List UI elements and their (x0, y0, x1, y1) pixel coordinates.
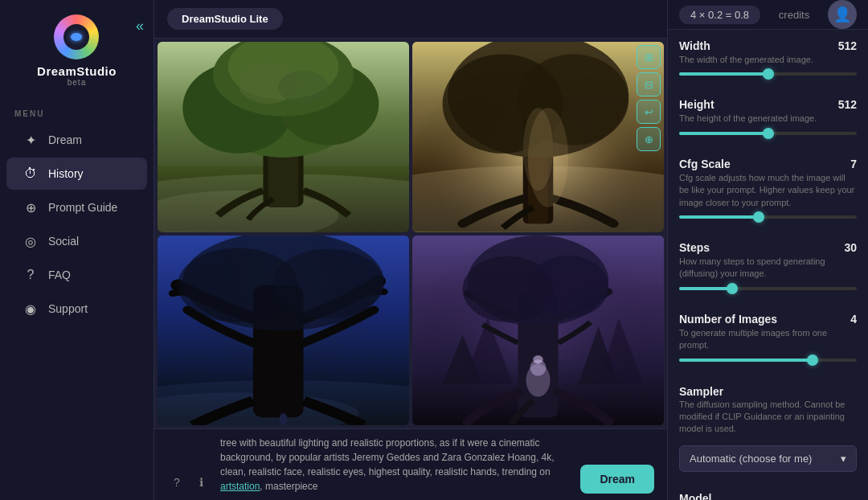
right-panel: 4 × 0.2 = 0.8 credits 👤 Width 512 The wi… (667, 0, 868, 500)
sidebar-item-label-support: Support (48, 302, 88, 315)
topbar: DreamStudio Lite (154, 0, 667, 39)
sidebar-item-label-social: Social (48, 235, 79, 248)
param-width: Width 512 The width of the generated ima… (668, 30, 868, 82)
main-content: DreamStudio Lite (154, 0, 667, 500)
prompt-text-before: tree with beautiful lighting and realist… (220, 437, 555, 477)
sidebar-item-dream[interactable]: ✦ Dream (6, 124, 147, 156)
param-num-images-title: Number of Images (679, 313, 777, 326)
param-steps-desc: How many steps to spend generating (diff… (679, 256, 857, 281)
logo-area: DreamStudio beta (37, 0, 117, 95)
param-cfg-title: Cfg Scale (679, 158, 731, 170)
prompt-guide-icon: ⊕ (23, 199, 39, 215)
social-icon: ◎ (23, 233, 39, 249)
param-height-value: 512 (838, 98, 857, 111)
param-cfg-value: 7 (850, 158, 857, 170)
cfg-slider-fill (679, 215, 759, 219)
svg-point-41 (533, 355, 543, 363)
sidebar-item-label-prompt-guide: Prompt Guide (48, 201, 117, 214)
width-slider-track[interactable] (679, 72, 857, 76)
collapse-icon[interactable]: « (136, 18, 144, 35)
param-cfg-scale: Cfg Scale 7 Cfg scale adjusts how much t… (668, 148, 868, 225)
steps-slider-track[interactable] (679, 287, 857, 290)
brand-name: DreamStudio (37, 64, 117, 78)
param-steps: Steps 30 How many steps to spend generat… (668, 232, 868, 297)
svg-point-44 (528, 255, 608, 318)
logo-eye (63, 24, 89, 50)
history-icon: ⏱ (23, 166, 39, 182)
action-btn-1[interactable]: ⊞ (637, 45, 661, 69)
steps-slider-thumb[interactable] (727, 283, 738, 294)
param-width-title: Width (679, 39, 710, 52)
param-sampler-desc: The diffusion sampling method. Cannot be… (679, 399, 857, 436)
sidebar-item-label-faq: FAQ (48, 268, 71, 281)
sidebar-item-label-history: History (48, 167, 84, 180)
prompt-bar: ? ℹ tree with beautiful lighting and rea… (154, 428, 667, 500)
credits-bar: 4 × 0.2 = 0.8 credits 👤 (668, 0, 868, 30)
dream-icon: ✦ (23, 132, 39, 148)
prompt-text-after: , masterpiece (260, 481, 317, 492)
sampler-dropdown[interactable]: Automatic (choose for me) ▾ (679, 445, 857, 472)
num-images-slider-fill (679, 359, 813, 362)
prompt-artstation-link[interactable]: artstation (220, 481, 260, 492)
user-avatar[interactable]: 👤 (828, 0, 857, 29)
num-images-slider-track[interactable] (679, 359, 857, 362)
param-steps-title: Steps (679, 241, 710, 254)
action-btn-4[interactable]: ⊕ (637, 127, 661, 151)
grid-actions: ⊞ ⊟ ↩ ⊕ (637, 45, 661, 151)
cfg-slider-track[interactable] (679, 215, 857, 219)
prompt-icon-row: ? ℹ (167, 473, 211, 492)
logo-icon (54, 14, 99, 59)
generated-image-4[interactable] (412, 236, 664, 426)
width-slider-thumb[interactable] (763, 68, 774, 80)
param-num-images-value: 4 (850, 313, 857, 326)
param-cfg-desc: Cfg scale adjusts how much the image wil… (679, 172, 857, 209)
param-sampler-title: Sampler (679, 385, 723, 398)
faq-icon: ? (23, 267, 39, 283)
num-images-slider-thumb[interactable] (807, 355, 818, 366)
height-slider-track[interactable] (679, 132, 857, 135)
prompt-text-area: tree with beautiful lighting and realist… (220, 436, 571, 494)
brand-beta: beta (68, 78, 86, 87)
credits-label: credits (779, 9, 809, 21)
param-sampler: Sampler The diffusion sampling method. C… (668, 375, 868, 445)
support-icon: ◉ (23, 301, 39, 317)
credits-formula: 4 × 0.2 = 0.8 (679, 6, 760, 24)
dream-button[interactable]: Dream (580, 465, 654, 494)
action-btn-2[interactable]: ⊟ (637, 72, 661, 96)
svg-point-28 (279, 413, 287, 424)
param-num-images-desc: To generate multiple images from one pro… (679, 327, 857, 352)
prompt-help-icon[interactable]: ? (167, 473, 186, 492)
action-btn-3[interactable]: ↩ (637, 100, 661, 124)
svg-point-12 (278, 71, 329, 104)
generated-image-2[interactable] (412, 42, 664, 232)
sidebar: DreamStudio beta « MENU ✦ Dream ⏱ Histor… (0, 0, 154, 500)
sampler-value: Automatic (choose for me) (690, 453, 812, 465)
param-height-desc: The height of the generated image. (679, 113, 857, 125)
sidebar-item-history[interactable]: ⏱ History (6, 158, 147, 190)
param-height-title: Height (679, 98, 714, 111)
sidebar-item-faq[interactable]: ? FAQ (6, 259, 147, 291)
width-slider-fill (679, 72, 768, 76)
param-model-title: Model (679, 492, 711, 500)
param-num-images: Number of Images 4 To generate multiple … (668, 303, 868, 368)
height-slider-thumb[interactable] (763, 128, 774, 139)
chevron-down-icon: ▾ (841, 453, 846, 465)
param-model: Model (668, 482, 868, 500)
menu-label: MENU (0, 95, 154, 123)
param-width-value: 512 (838, 39, 857, 52)
param-width-desc: The width of the generated image. (679, 54, 857, 66)
steps-slider-fill (679, 287, 732, 290)
generated-image-3[interactable] (158, 236, 409, 426)
cfg-slider-thumb[interactable] (753, 211, 764, 223)
sidebar-item-prompt-guide[interactable]: ⊕ Prompt Guide (6, 191, 147, 223)
sidebar-item-social[interactable]: ◎ Social (6, 225, 147, 257)
prompt-info-icon[interactable]: ℹ (191, 473, 211, 492)
sidebar-item-support[interactable]: ◉ Support (6, 293, 147, 325)
height-slider-fill (679, 132, 768, 135)
generated-image-1[interactable] (158, 42, 409, 232)
active-tab[interactable]: DreamStudio Lite (167, 8, 283, 30)
svg-point-22 (523, 108, 554, 191)
menu-list: ✦ Dream ⏱ History ⊕ Prompt Guide ◎ Socia… (0, 123, 154, 326)
image-grid (154, 39, 667, 428)
param-height: Height 512 The height of the generated i… (668, 88, 868, 141)
